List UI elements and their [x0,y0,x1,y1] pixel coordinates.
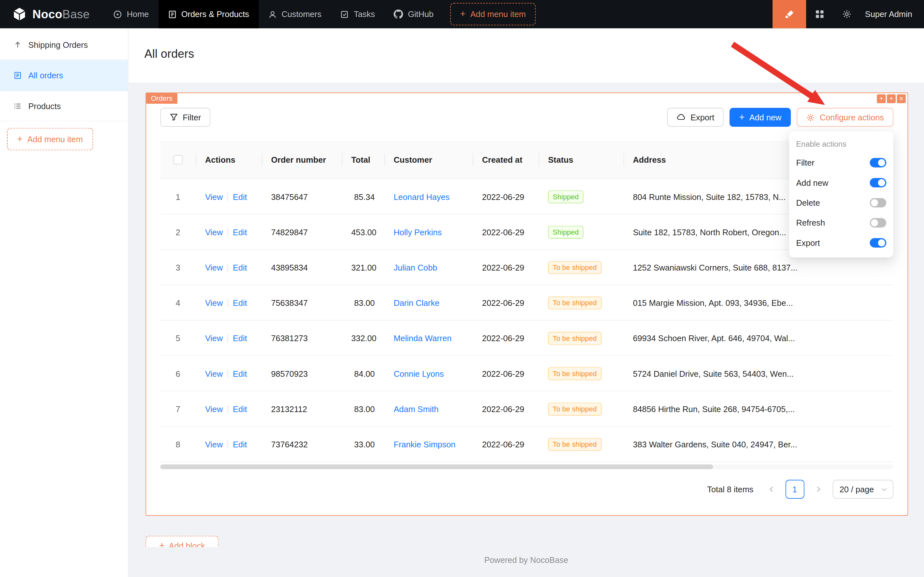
customer-link[interactable]: Melinda Warren [394,334,452,343]
divider [227,263,228,271]
created-at-cell: 2022-06-29 [473,298,539,307]
nav-item-customers[interactable]: Customers [259,0,331,28]
plugin-manager-icon[interactable] [806,0,833,28]
pagination-prev-button[interactable] [761,480,781,499]
customer-cell: Melinda Warren [384,334,473,343]
toggle-switch[interactable] [870,218,886,227]
view-link[interactable]: View [205,227,223,237]
customer-link[interactable]: Holly Perkins [394,227,442,237]
select-all-checkbox[interactable] [173,155,183,164]
total-cell: 84.00 [342,369,384,378]
order-number-cell: 74829847 [262,227,342,237]
column-header-order-number: Order number [262,141,342,179]
sidebar: Shipping Orders All orders Products + Ad… [0,28,128,577]
nav-item-github[interactable]: GitHub [384,0,443,28]
edit-link[interactable]: Edit [233,263,247,272]
table-row: 7 ViewEdit 23132112 83.00 Adam Smith 202… [160,392,893,427]
nav-item-orders-products[interactable]: Orders & Products [158,0,259,28]
address-cell: 383 Walter Gardens, Suite 040, 24947, Be… [623,439,893,449]
enable-action-item[interactable]: Add new [789,172,893,193]
view-link[interactable]: View [205,263,223,272]
pagination-next-button[interactable] [809,480,828,499]
row-actions: ViewEdit [196,263,262,272]
customer-link[interactable]: Darin Clarke [394,298,439,307]
filter-funnel-icon [170,113,178,122]
orders-form-icon [168,10,177,19]
total-cell: 321.00 [342,263,384,272]
order-number-cell: 75638347 [262,298,342,307]
view-link[interactable]: View [205,404,223,413]
highlighter-icon [784,9,795,20]
customer-cell: Leonard Hayes [384,192,473,201]
enable-action-item[interactable]: Delete [789,193,893,213]
view-link[interactable]: View [205,298,223,307]
toggle-switch[interactable] [870,198,886,207]
enable-action-label: Refresh [796,218,825,227]
view-link[interactable]: View [205,334,223,343]
view-link[interactable]: View [205,192,223,201]
order-number-cell: 76381273 [262,334,342,343]
row-actions: ViewEdit [196,192,262,201]
customer-link[interactable]: Connie Lyons [394,369,444,378]
nav-item-label: Tasks [354,9,375,19]
row-index: 4 [160,298,196,307]
nocobase-logo[interactable]: NocoBase [12,6,90,22]
edit-link[interactable]: Edit [233,369,247,378]
sidebar-item-shipping-orders[interactable]: Shipping Orders [0,29,128,60]
edit-link[interactable]: Edit [233,192,247,201]
enable-action-item[interactable]: Refresh [789,213,893,233]
row-index: 7 [160,404,196,413]
add-block-clip: + Add block [146,536,219,547]
total-cell: 85.34 [342,192,384,201]
sidebar-item-all-orders[interactable]: All orders [0,60,128,91]
pagination-total: Total 8 items [707,485,753,494]
horizontal-scrollbar-thumb[interactable] [160,464,713,469]
status-cell: Shipped [539,226,623,239]
column-header-customer: Customer [384,141,473,179]
row-actions: ViewEdit [196,404,262,413]
created-at-cell: 2022-06-29 [473,369,539,378]
enable-action-item[interactable]: Export [789,233,893,253]
nav-item-tasks[interactable]: Tasks [331,0,384,28]
view-link[interactable]: View [205,369,223,378]
block-menu-icon[interactable]: ≡ [897,94,906,103]
block-plus2-icon[interactable]: + [887,94,896,103]
sidebar-add-menu-item-button[interactable]: + Add menu item [7,128,93,150]
toggle-switch[interactable] [870,238,886,247]
customer-link[interactable]: Adam Smith [394,404,439,413]
ui-editor-toggle-button[interactable] [773,0,806,28]
view-link[interactable]: View [205,439,223,449]
edit-link[interactable]: Edit [233,404,247,413]
export-button[interactable]: Export [667,108,724,127]
add-menu-item-button[interactable]: + Add menu item [450,3,536,25]
table-header-row: Actions Order number Total Customer Crea… [160,141,893,179]
pagination-page-1[interactable]: 1 [786,480,804,499]
sidebar-item-label: All orders [28,70,63,80]
table-row: 8 ViewEdit 73764232 33.00 Frankie Simpso… [160,427,893,462]
nav-item-home[interactable]: Home [104,0,158,28]
edit-link[interactable]: Edit [233,227,247,237]
enable-actions-list: Filter Add new Delete Refresh Export [789,153,893,253]
customer-link[interactable]: Leonard Hayes [394,192,449,201]
status-badge: To be shipped [548,332,602,344]
customer-link[interactable]: Julian Cobb [394,263,437,272]
edit-link[interactable]: Edit [233,334,247,343]
toggle-switch[interactable] [870,178,886,187]
add-block-button[interactable]: + Add block [146,536,219,547]
customer-link[interactable]: Frankie Simpson [394,439,456,449]
block-plus-icon[interactable]: + [877,94,886,103]
status-badge: To be shipped [548,438,602,451]
edit-link[interactable]: Edit [233,298,247,307]
settings-gear-icon[interactable] [833,0,860,28]
toggle-switch[interactable] [870,158,886,167]
add-new-button[interactable]: + Add new [729,108,791,127]
filter-button[interactable]: Filter [160,108,211,127]
configure-actions-button[interactable]: Configure actions [797,108,893,127]
page-size-select[interactable]: 20 / page [832,480,893,499]
enable-action-item[interactable]: Filter [789,153,893,172]
total-cell: 83.00 [342,404,384,413]
sidebar-item-products[interactable]: Products [0,91,128,122]
customer-cell: Holly Perkins [384,227,473,237]
user-menu[interactable]: Super Admin [865,9,912,19]
edit-link[interactable]: Edit [233,439,247,449]
